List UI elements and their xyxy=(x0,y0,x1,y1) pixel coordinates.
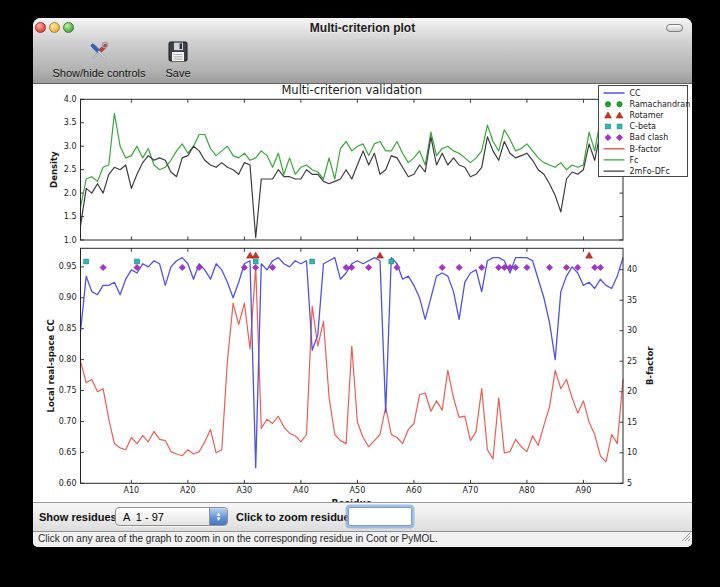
legend-label: Bad clash xyxy=(630,133,669,142)
density-tick-label: 2.0 xyxy=(64,189,77,198)
toolbar-toggle-button[interactable] xyxy=(666,24,683,32)
cc-tick-label: 0.70 xyxy=(59,417,77,426)
density-tick-label: 3.5 xyxy=(64,118,77,127)
cc-tick-label: 0.80 xyxy=(59,355,77,364)
ramachandran-marker xyxy=(605,102,610,107)
legend-label: CC xyxy=(630,89,642,98)
save-label: Save xyxy=(155,67,201,79)
cc-tick-label: 0.90 xyxy=(59,293,77,302)
bfactor-tick-label: 20 xyxy=(627,387,637,396)
window-title: Multi-criterion plot xyxy=(33,21,692,35)
residue-tick-label: A60 xyxy=(406,486,422,495)
show-hide-controls-button[interactable]: Show/hide controls xyxy=(43,40,155,79)
bfactor-tick-label: 30 xyxy=(627,326,637,335)
cc-tick-label: 0.95 xyxy=(59,262,77,271)
status-bar: Click on any area of the graph to zoom i… xyxy=(33,532,692,547)
validation-plot-svg[interactable]: Multi-criterion validation1.01.52.02.53.… xyxy=(33,84,692,502)
cbeta-marker xyxy=(253,259,258,264)
residue-tick-label: A80 xyxy=(519,486,535,495)
cbeta-marker xyxy=(617,124,622,129)
cc-tick-label: 0.85 xyxy=(59,324,77,333)
ramachandran-marker xyxy=(617,102,622,107)
legend-label: C-beta xyxy=(630,122,657,131)
cc-tick-label: 0.65 xyxy=(59,448,77,457)
legend-label: Ramachandran xyxy=(630,100,691,109)
bfactor-tick-label: 10 xyxy=(627,448,637,457)
residue-tick-label: A20 xyxy=(180,486,196,495)
zoom-residue-label: Click to zoom residue: xyxy=(236,511,353,523)
cc-tick-label: 0.60 xyxy=(59,479,77,488)
cbeta-marker xyxy=(310,259,315,264)
density-tick-label: 2.5 xyxy=(64,165,77,174)
density-axis-label: Density xyxy=(49,151,59,188)
bfactor-tick-label: 25 xyxy=(627,357,637,366)
chain-range-dropdown[interactable]: A 1 - 97 ▲▼ xyxy=(115,507,228,526)
bfactor-tick-label: 40 xyxy=(627,265,637,274)
cc-axis-label: Local real-space CC xyxy=(46,319,56,412)
residue-tick-label: A30 xyxy=(237,486,253,495)
legend-label: Fc xyxy=(630,156,639,165)
zoom-residue-input[interactable] xyxy=(348,507,412,526)
show-residues-label: Show residues: xyxy=(39,511,120,523)
resize-grip[interactable] xyxy=(679,528,691,546)
residue-tick-label: A50 xyxy=(350,486,366,495)
save-icon xyxy=(155,40,201,66)
save-button[interactable]: Save xyxy=(155,40,201,79)
cbeta-marker xyxy=(606,124,611,129)
show-hide-controls-label: Show/hide controls xyxy=(43,67,155,79)
dropdown-stepper-icon: ▲▼ xyxy=(209,508,227,525)
bfactor-tick-label: 15 xyxy=(627,418,637,427)
cbeta-marker xyxy=(84,259,89,264)
control-bar: Show residues: A 1 - 97 ▲▼ Click to zoom… xyxy=(33,502,692,532)
title-bar[interactable]: Multi-criterion plot xyxy=(33,18,692,38)
residue-tick-label: A90 xyxy=(576,486,592,495)
chain-range-value: A 1 - 97 xyxy=(116,511,209,523)
bfactor-tick-label: 35 xyxy=(627,296,637,305)
residue-tick-label: A40 xyxy=(293,486,309,495)
density-tick-label: 3.0 xyxy=(64,142,77,151)
legend-label: 2mFo-DFc xyxy=(630,167,670,176)
legend-label: Rotamer xyxy=(630,111,665,120)
app-window: Multi-criterion plot xyxy=(33,18,692,547)
toolbar: Show/hide controls Save xyxy=(33,38,692,84)
cbeta-marker xyxy=(389,259,394,264)
status-text: Click on any area of the graph to zoom i… xyxy=(38,533,438,544)
bfactor-axis-label: B-factor xyxy=(645,346,655,385)
cbeta-marker xyxy=(135,259,140,264)
density-tick-label: 4.0 xyxy=(64,95,77,104)
figure-area: Multi-criterion validation1.01.52.02.53.… xyxy=(33,84,692,502)
density-tick-label: 1.5 xyxy=(64,212,77,221)
legend-label: B-factor xyxy=(630,145,663,154)
window-header: Multi-criterion plot xyxy=(33,18,692,84)
cc-tick-label: 0.75 xyxy=(59,386,77,395)
bfactor-tick-label: 5 xyxy=(627,479,632,488)
residue-tick-label: A10 xyxy=(124,486,140,495)
residue-tick-label: A70 xyxy=(463,486,479,495)
plot-title: Multi-criterion validation xyxy=(281,84,422,97)
density-tick-label: 1.0 xyxy=(64,236,77,245)
tools-icon xyxy=(43,40,155,66)
